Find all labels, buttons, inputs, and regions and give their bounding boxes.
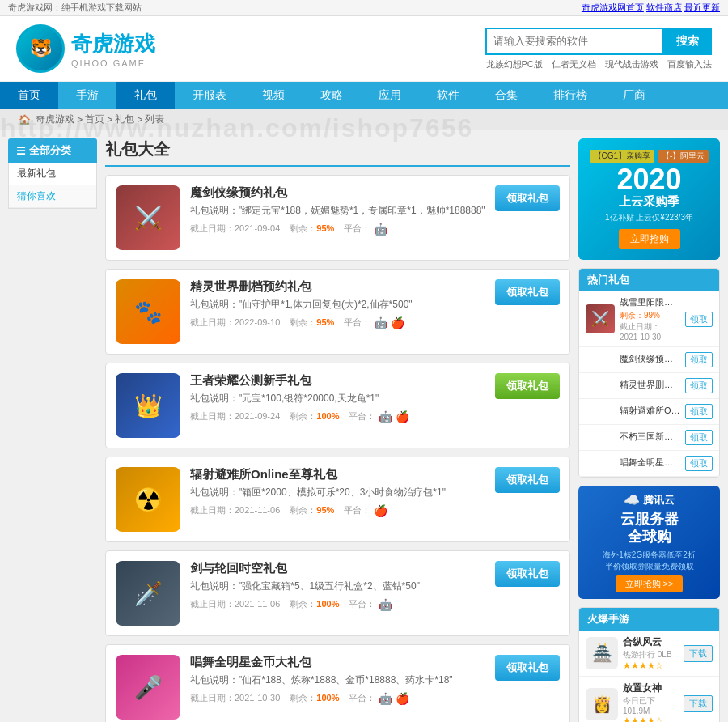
sidebar-item-recommend[interactable]: 猜你喜欢 bbox=[9, 185, 96, 208]
gift-btn-2[interactable]: 领取礼包 bbox=[495, 279, 560, 305]
gift-remain-3: 100% bbox=[316, 411, 339, 421]
gift-meta-3: 截止日期：2021-09-24 剩余：100% 平台：🤖🍎 bbox=[190, 410, 485, 423]
hot-game-btn-1[interactable]: 下载 bbox=[684, 695, 713, 712]
nav-item-gift[interactable]: 礼包 bbox=[116, 82, 175, 109]
hot-game-item-1: 👸 放置女神 今日已下 101.9M ★★★★☆ 下载 bbox=[579, 677, 719, 722]
left-sidebar: ☰ 全部分类 最新礼包 猜你喜欢 bbox=[8, 138, 97, 722]
nav-item-mobile[interactable]: 手游 bbox=[58, 82, 116, 109]
gift-btn-3[interactable]: 领取礼包 bbox=[495, 373, 560, 399]
ad-logo2: 【-】阿里云 bbox=[658, 150, 709, 163]
hot-gifts-title: 热门礼包 bbox=[579, 269, 719, 291]
gift-platform-6: 平台：🤖🍎 bbox=[349, 692, 409, 705]
gift-thumb-2: 🐾 bbox=[116, 279, 180, 344]
ad-banner-1[interactable]: 【CG1】亲购享 【-】阿里云 2020 上云采购季 1亿补贴 上云仅¥223/… bbox=[578, 138, 720, 260]
nav-item-software[interactable]: 软件 bbox=[419, 82, 477, 109]
right-sidebar: 【CG1】亲购享 【-】阿里云 2020 上云采购季 1亿补贴 上云仅¥223/… bbox=[578, 138, 720, 722]
gift-card-1: ⚔️ 魔剑侠缘预约礼包 礼包说明："绑定元宝*188，妩媚魅势*1，专属印章*1… bbox=[105, 175, 570, 261]
cloud-btn[interactable]: 立即抢购 >> bbox=[616, 575, 684, 592]
gift-platform-2: 平台：🤖🍎 bbox=[344, 316, 404, 329]
hot-gift-btn-5[interactable]: 领取 bbox=[685, 456, 713, 471]
hot-gift-item-2: 精灵世界删档预约礼包 领取 bbox=[579, 373, 719, 399]
hot-gift-name-1: 魔剑侠缘预约礼包 bbox=[620, 353, 680, 365]
search-link-2[interactable]: 现代战击游戏 bbox=[605, 59, 658, 69]
gift-name-3: 王者荣耀公测新手礼包 bbox=[190, 373, 485, 389]
search-button[interactable]: 搜索 bbox=[663, 28, 712, 55]
top-bar-link-home[interactable]: 奇虎游戏网首页 bbox=[582, 2, 644, 12]
gift-btn-area-2: 领取礼包 bbox=[495, 279, 560, 305]
gift-expire-6: 截止日期：2021-10-30 bbox=[190, 692, 280, 704]
sidebar-category-label: 全部分类 bbox=[29, 143, 71, 158]
gift-meta-6: 截止日期：2021-10-30 剩余：100% 平台：🤖🍎 bbox=[190, 692, 485, 705]
nav-item-collection[interactable]: 合集 bbox=[477, 82, 535, 109]
gift-btn-5[interactable]: 领取礼包 bbox=[495, 561, 560, 587]
breadcrumb-home[interactable]: 奇虎游戏 bbox=[36, 113, 74, 126]
ad-title: 上云采购季 bbox=[619, 194, 679, 210]
top-bar-right: 奇虎游戏网首页 软件商店 最近更新 bbox=[582, 2, 720, 14]
nav-item-vendor[interactable]: 厂商 bbox=[605, 82, 663, 109]
logo-text: 奇虎游戏 QIHOO GAME bbox=[71, 30, 155, 68]
gift-card-6: 🎤 唱舞全明星金币大礼包 礼包说明："仙石*188、炼称*1888、金币*188… bbox=[105, 644, 570, 722]
hot-game-info-1: 放置女神 今日已下 101.9M ★★★★☆ bbox=[623, 682, 679, 722]
hot-gift-thumb-4 bbox=[586, 433, 615, 443]
breadcrumb-list[interactable]: 列表 bbox=[145, 113, 164, 126]
gift-btn-4[interactable]: 领取礼包 bbox=[495, 467, 560, 493]
gift-info-2: 精灵世界删档预约礼包 礼包说明："仙守护甲*1,体力回复包(大)*2,仙存*50… bbox=[190, 279, 485, 329]
nav-item-guide[interactable]: 攻略 bbox=[303, 82, 361, 109]
gift-thumb-3: 👑 bbox=[116, 373, 180, 438]
hot-game-btn-0[interactable]: 下载 bbox=[684, 645, 713, 662]
hot-gift-btn-2[interactable]: 领取 bbox=[685, 378, 713, 393]
hot-game-stars-1: ★★★★☆ bbox=[623, 716, 679, 722]
search-link-3[interactable]: 百度输入法 bbox=[667, 59, 712, 69]
search-input[interactable] bbox=[485, 28, 663, 55]
sidebar-sub: 最新礼包 猜你喜欢 bbox=[8, 163, 97, 209]
hot-games: 火爆手游 🏯 合纵风云 热游排行 0LB ★★★★☆ 下载 👸 放置女神 今日已… bbox=[578, 607, 720, 722]
ad-year: 2020 bbox=[616, 165, 681, 194]
nav-item-rank[interactable]: 排行榜 bbox=[535, 82, 605, 109]
nav-item-video[interactable]: 视频 bbox=[244, 82, 303, 109]
gift-btn-6[interactable]: 领取礼包 bbox=[495, 655, 560, 681]
gift-btn-1[interactable]: 领取礼包 bbox=[495, 185, 560, 211]
cloud-ad[interactable]: ☁️ 腾讯云 云服务器全球购 海外1核2G服务器低至2折半价领取券限量免费领取 … bbox=[578, 486, 720, 599]
gift-info-6: 唱舞全明星金币大礼包 礼包说明："仙石*188、炼称*1888、金币*18888… bbox=[190, 655, 485, 705]
search-link-1[interactable]: 仁者无义档 bbox=[552, 59, 596, 69]
hot-gift-btn-0[interactable]: 领取 bbox=[685, 312, 713, 327]
hot-gift-btn-3[interactable]: 领取 bbox=[685, 404, 713, 419]
hot-gift-item-1: 魔剑侠缘预约礼包 领取 bbox=[579, 347, 719, 373]
gift-info-5: 剑与轮回时空礼包 礼包说明："强化宝藏箱*5、1级五行礼盒*2、蓝钻*50" 截… bbox=[190, 561, 485, 611]
gift-card-3: 👑 王者荣耀公测新手礼包 礼包说明："元宝*100,银符*20000,天龙龟*1… bbox=[105, 363, 570, 448]
breadcrumb-index[interactable]: 首页 bbox=[85, 113, 104, 126]
hot-gift-info-4: 不朽三国新手礼包 bbox=[620, 431, 680, 444]
nav-item-app[interactable]: 应用 bbox=[361, 82, 419, 109]
gift-name-4: 辐射避难所Online至尊礼包 bbox=[190, 467, 485, 482]
search-link-0[interactable]: 龙族幻想PC版 bbox=[486, 59, 543, 69]
gift-thumb-6: 🎤 bbox=[116, 655, 180, 720]
gift-name-6: 唱舞全明星金币大礼包 bbox=[190, 655, 485, 670]
gift-desc-3: 礼包说明："元宝*100,银符*20000,天龙龟*1" bbox=[190, 392, 485, 406]
gift-name-1: 魔剑侠缘预约礼包 bbox=[190, 185, 485, 201]
hot-gift-btn-1[interactable]: 领取 bbox=[685, 352, 713, 367]
hot-game-item-0: 🏯 合纵风云 热游排行 0LB ★★★★☆ 下载 bbox=[579, 631, 719, 677]
hot-game-name-1: 放置女神 bbox=[623, 682, 679, 695]
content-title: 礼包大全 bbox=[105, 138, 570, 167]
hot-game-thumb-0: 🏯 bbox=[586, 637, 618, 669]
top-bar-left: 奇虎游戏网：纯手机游戏下载网站 bbox=[8, 2, 142, 14]
top-bar-link-store[interactable]: 软件商店 bbox=[646, 2, 682, 12]
gift-remain-2: 95% bbox=[316, 317, 334, 327]
hot-game-meta-0: 热游排行 0LB bbox=[623, 649, 679, 660]
logo-en: QIHOO GAME bbox=[71, 58, 155, 68]
breadcrumb-gift[interactable]: 礼包 bbox=[115, 113, 134, 126]
gift-btn-area-4: 领取礼包 bbox=[495, 467, 560, 493]
hot-game-stars-0: ★★★★☆ bbox=[623, 660, 679, 671]
gift-meta-4: 截止日期：2021-11-06 剩余：95% 平台：🍎 bbox=[190, 504, 485, 517]
sidebar-item-new[interactable]: 最新礼包 bbox=[9, 163, 96, 185]
hot-gift-meta-0: 剩余：99% 截止日期：2021-10-30 bbox=[620, 310, 680, 342]
gift-name-2: 精灵世界删档预约礼包 bbox=[190, 279, 485, 295]
breadcrumb: 🏠 奇虎游戏 > 首页 > 礼包 > 列表 bbox=[0, 109, 728, 130]
top-bar-link-update[interactable]: 最近更新 bbox=[684, 2, 720, 12]
gift-meta-5: 截止日期：2021-11-06 剩余：100% 平台：🤖 bbox=[190, 598, 485, 611]
nav-item-home[interactable]: 首页 bbox=[0, 82, 58, 109]
hot-gift-btn-4[interactable]: 领取 bbox=[685, 430, 713, 445]
nav-item-server[interactable]: 开服表 bbox=[175, 82, 244, 109]
breadcrumb-icon: 🏠 bbox=[19, 114, 31, 125]
ad-btn-1[interactable]: 立即抢购 bbox=[619, 229, 680, 249]
